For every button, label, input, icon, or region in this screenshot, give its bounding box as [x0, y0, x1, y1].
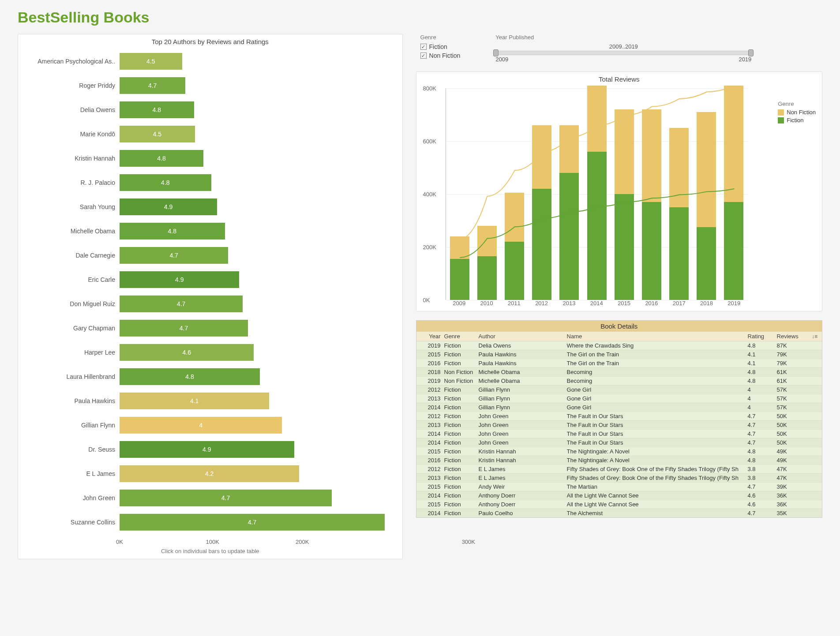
author-bar-row[interactable]: Don Miguel Ruiz4.7 — [22, 292, 394, 316]
cell-genre: Non Fiction — [444, 378, 479, 384]
cell-year: 2015 — [420, 448, 444, 455]
table-row[interactable]: 2014FictionJohn GreenThe Fault in Our St… — [416, 438, 822, 447]
stacked-bar[interactable] — [697, 112, 716, 300]
cell-reviews: 57K — [777, 404, 808, 411]
legend-fiction[interactable]: Fiction — [778, 117, 816, 123]
stacked-bar[interactable] — [505, 193, 524, 300]
year-slider[interactable] — [495, 51, 751, 55]
cell-year: 2012 — [420, 466, 444, 472]
author-bar[interactable]: 4.9 — [120, 198, 217, 215]
author-bar[interactable]: 4.5 — [120, 126, 195, 142]
stacked-bar[interactable] — [450, 236, 469, 300]
author-bar-row[interactable]: Gary Chapman4.7 — [22, 316, 394, 340]
nonfiction-checkbox[interactable]: ✓ Non Fiction — [420, 52, 461, 59]
stacked-bar[interactable] — [477, 226, 497, 300]
cell-rating: 4.6 — [748, 492, 777, 499]
table-row[interactable]: 2016FictionKristin HannahThe Nightingale… — [416, 456, 822, 464]
author-bar[interactable]: 4.8 — [120, 150, 203, 167]
author-bar-row[interactable]: John Green4.7 — [22, 486, 394, 510]
slider-handle-min[interactable] — [493, 49, 499, 56]
table-row[interactable]: 2019Non FictionMichelle ObamaBecoming4.8… — [416, 376, 822, 385]
author-bar-row[interactable]: Dr. Seuss4.9 — [22, 437, 394, 461]
author-bar[interactable]: 4.9 — [120, 271, 239, 288]
table-row[interactable]: 2012FictionGillian FlynnGone Girl457K — [416, 385, 822, 394]
author-bar-row[interactable]: Marie Kondō4.5 — [22, 122, 394, 146]
author-bar[interactable]: 4.8 — [120, 101, 194, 118]
stacked-bar[interactable] — [559, 125, 579, 300]
author-bar-row[interactable]: Harper Lee4.6 — [22, 340, 394, 364]
table-row[interactable]: 2015FictionPaula HawkinsThe Girl on the … — [416, 350, 822, 359]
stacked-bar[interactable] — [615, 109, 634, 300]
author-bar-row[interactable]: Michelle Obama4.8 — [22, 219, 394, 243]
cell-rating: 3.8 — [748, 466, 777, 472]
author-label: Kristin Hannah — [22, 155, 120, 162]
author-bar[interactable]: 4 — [120, 417, 282, 434]
table-row[interactable]: 2015FictionAnthony DoerrAll the Light We… — [416, 500, 822, 509]
author-bar[interactable]: 4.9 — [120, 441, 294, 458]
author-bar-row[interactable]: Delia Owens4.8 — [22, 97, 394, 122]
author-bar[interactable]: 4.7 — [120, 490, 332, 506]
author-bar-row[interactable]: Paula Hawkins4.1 — [22, 389, 394, 413]
table-row[interactable]: 2013FictionE L JamesFifty Shades of Grey… — [416, 473, 822, 482]
author-bar[interactable]: 4.6 — [120, 344, 254, 361]
author-bar[interactable]: 4.8 — [120, 368, 260, 385]
stacked-bar[interactable] — [724, 86, 743, 300]
author-bar-row[interactable]: Sarah Young4.9 — [22, 195, 394, 219]
author-bar-row[interactable]: Dale Carnegie4.7 — [22, 243, 394, 267]
author-bar[interactable]: 4.7 — [120, 514, 385, 531]
hdr-reviews[interactable]: Reviews — [777, 333, 808, 340]
author-bar[interactable]: 4.7 — [120, 296, 243, 312]
hdr-year[interactable]: Year — [420, 333, 444, 340]
table-row[interactable]: 2018Non FictionMichelle ObamaBecoming4.8… — [416, 367, 822, 376]
table-row[interactable]: 2019FictionDelia OwensWhere the Crawdads… — [416, 341, 822, 350]
author-bar[interactable]: 4.7 — [120, 247, 228, 264]
author-bar-row[interactable]: Roger Priddy4.7 — [22, 73, 394, 97]
author-bar[interactable]: 4.8 — [120, 223, 225, 239]
table-row[interactable]: 2014FictionJohn GreenThe Fault in Our St… — [416, 429, 822, 438]
table-row[interactable]: 2015FictionKristin HannahThe Nightingale… — [416, 447, 822, 456]
stacked-bar[interactable] — [642, 109, 661, 300]
table-row[interactable]: 2013FictionGillian FlynnGone Girl457K — [416, 394, 822, 403]
table-row[interactable]: 2013FictionJohn GreenThe Fault in Our St… — [416, 420, 822, 429]
table-row[interactable]: 2014FictionGillian FlynnGone Girl457K — [416, 403, 822, 412]
slider-handle-max[interactable] — [748, 49, 754, 56]
author-bar-row[interactable]: E L James4.2 — [22, 461, 394, 486]
table-row[interactable]: 2015FictionAndy WeirThe Martian4.739K — [416, 482, 822, 491]
cell-reviews: 87K — [777, 342, 808, 349]
author-bar[interactable]: 4.5 — [120, 53, 182, 70]
stacked-bar[interactable] — [532, 125, 551, 300]
hdr-genre[interactable]: Genre — [444, 333, 479, 340]
table-row[interactable]: 2014FictionPaulo CoelhoThe Alchemist4.73… — [416, 509, 822, 517]
author-bar-row[interactable]: Kristin Hannah4.8 — [22, 146, 394, 170]
author-bar-row[interactable]: Suzanne Collins4.7 — [22, 510, 394, 534]
fiction-checkbox[interactable]: ✓ Fiction — [420, 43, 461, 50]
author-bar-row[interactable]: R. J. Palacio4.8 — [22, 170, 394, 195]
cell-name: Fifty Shades of Grey: Book One of the Fi… — [567, 475, 748, 481]
table-row[interactable]: 2016FictionPaula HawkinsThe Girl on the … — [416, 359, 822, 367]
author-bar[interactable]: 4.7 — [120, 77, 185, 94]
filters-row: Genre ✓ Fiction ✓ Non Fiction Year Publi… — [416, 34, 822, 63]
author-bar-row[interactable]: Gillian Flynn4 — [22, 413, 394, 437]
cell-name: The Fault in Our Stars — [567, 430, 748, 437]
table-row[interactable]: 2012FictionJohn GreenThe Fault in Our St… — [416, 412, 822, 420]
table-row[interactable]: 2014FictionAnthony DoerrAll the Light We… — [416, 491, 822, 500]
author-bar-row[interactable]: American Psychological As..4.5 — [22, 49, 394, 73]
bar-track: 4.8 — [120, 366, 394, 387]
table-row[interactable]: 2012FictionE L JamesFifty Shades of Grey… — [416, 464, 822, 473]
hdr-author[interactable]: Author — [479, 333, 567, 340]
legend-nonfiction[interactable]: Non Fiction — [778, 109, 816, 116]
author-bar[interactable]: 4.7 — [120, 320, 248, 337]
stacked-bar[interactable] — [669, 128, 689, 300]
author-bar[interactable]: 4.1 — [120, 393, 269, 409]
author-bar-row[interactable]: Laura Hillenbrand4.8 — [22, 364, 394, 389]
nonfiction-segment — [669, 128, 689, 207]
author-bar-row[interactable]: Eric Carle4.9 — [22, 267, 394, 292]
stacked-bar[interactable] — [587, 86, 607, 300]
author-label: John Green — [22, 494, 120, 501]
author-bar[interactable]: 4.2 — [120, 465, 299, 482]
sort-icon[interactable]: ↓≡ — [812, 333, 818, 340]
hdr-rating[interactable]: Rating — [748, 333, 777, 340]
hdr-name[interactable]: Name — [567, 333, 748, 340]
author-bar[interactable]: 4.8 — [120, 174, 211, 191]
cell-author: John Green — [479, 439, 567, 446]
